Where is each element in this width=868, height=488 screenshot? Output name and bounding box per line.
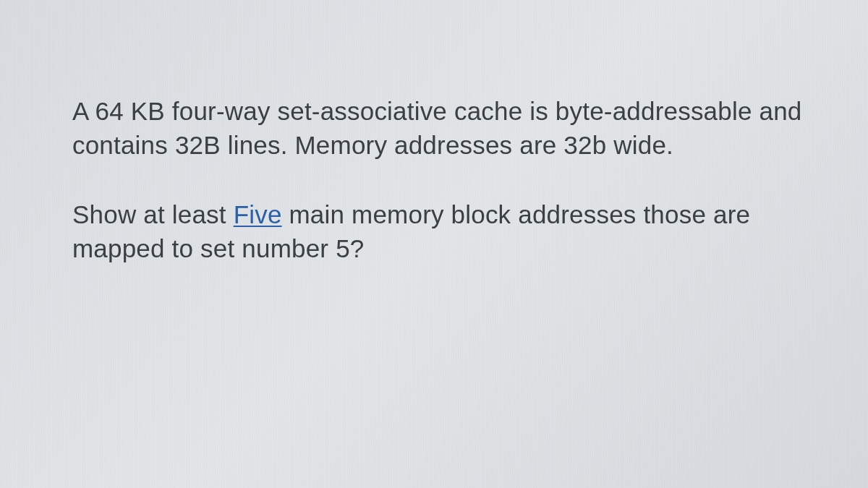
- paragraph2-prefix: Show at least: [72, 200, 234, 228]
- question-paragraph-1: A 64 KB four-way set-associative cache i…: [72, 94, 803, 163]
- question-paragraph-2: Show at least Five main memory block add…: [72, 197, 803, 266]
- five-underlined: Five: [234, 200, 282, 228]
